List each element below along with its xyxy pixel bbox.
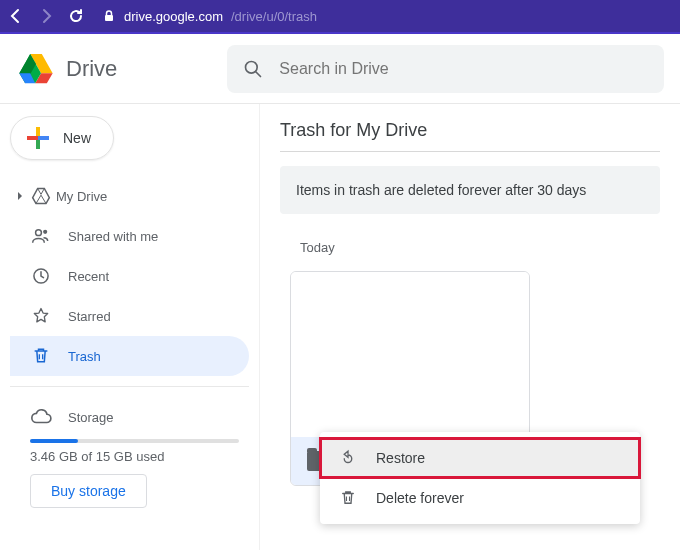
clock-icon — [30, 265, 52, 287]
plus-icon — [25, 125, 51, 151]
trash-notice: Items in trash are deleted forever after… — [280, 166, 660, 214]
url-path: /drive/u/0/trash — [231, 9, 317, 24]
title-rule — [280, 151, 660, 152]
new-button[interactable]: New — [10, 116, 114, 160]
svg-rect-0 — [105, 15, 113, 21]
trash-icon — [338, 488, 358, 508]
divider — [10, 386, 249, 387]
sidebar-item-label: Starred — [68, 309, 111, 324]
context-item-label: Restore — [376, 450, 425, 466]
svg-point-4 — [43, 230, 47, 234]
section-label: Today — [300, 240, 660, 255]
drive-logo-icon — [16, 49, 56, 89]
svg-point-3 — [36, 230, 42, 236]
cloud-icon — [30, 406, 52, 428]
sidebar-item-label: Shared with me — [68, 229, 158, 244]
sidebar-item-starred[interactable]: Starred — [10, 296, 249, 336]
star-icon — [30, 305, 52, 327]
storage-section: Storage 3.46 GB of 15 GB used Buy storag… — [10, 397, 249, 508]
sidebar-item-my-drive[interactable]: My Drive — [10, 176, 249, 216]
forward-button[interactable] — [38, 8, 54, 24]
new-button-label: New — [63, 130, 91, 146]
sidebar-item-storage[interactable]: Storage — [30, 397, 249, 437]
reload-button[interactable] — [68, 8, 84, 24]
sidebar-item-label: Trash — [68, 349, 101, 364]
context-item-restore[interactable]: Restore — [320, 438, 640, 478]
storage-label: Storage — [68, 410, 114, 425]
caret-right-icon — [14, 192, 26, 200]
sidebar: New My Drive Shared with me Recent — [0, 104, 260, 550]
my-drive-icon — [30, 185, 52, 207]
sidebar-item-recent[interactable]: Recent — [10, 256, 249, 296]
url-domain: drive.google.com — [124, 9, 223, 24]
browser-address-bar: drive.google.com/drive/u/0/trash — [0, 0, 680, 34]
context-menu: Restore Delete forever — [320, 432, 640, 524]
back-button[interactable] — [8, 8, 24, 24]
address-field[interactable]: drive.google.com/drive/u/0/trash — [102, 9, 317, 24]
storage-used-text: 3.46 GB of 15 GB used — [30, 449, 249, 464]
lock-icon — [102, 9, 116, 23]
trash-icon — [30, 345, 52, 367]
sidebar-item-label: Recent — [68, 269, 109, 284]
app-header: Drive — [0, 34, 680, 104]
context-item-label: Delete forever — [376, 490, 464, 506]
restore-icon — [338, 448, 358, 468]
storage-progress — [30, 439, 239, 443]
main-content: Trash for My Drive Items in trash are de… — [260, 104, 680, 550]
sidebar-item-trash[interactable]: Trash — [10, 336, 249, 376]
sidebar-item-label: My Drive — [56, 189, 107, 204]
brand-name: Drive — [66, 56, 117, 82]
file-preview — [291, 272, 529, 437]
page-title: Trash for My Drive — [280, 120, 660, 141]
shared-icon — [30, 225, 52, 247]
buy-storage-button[interactable]: Buy storage — [30, 474, 147, 508]
search-input[interactable] — [279, 60, 648, 78]
search-icon — [243, 59, 263, 79]
context-item-delete-forever[interactable]: Delete forever — [320, 478, 640, 518]
sidebar-item-shared[interactable]: Shared with me — [10, 216, 249, 256]
svg-line-2 — [256, 71, 261, 76]
search-box[interactable] — [227, 45, 664, 93]
